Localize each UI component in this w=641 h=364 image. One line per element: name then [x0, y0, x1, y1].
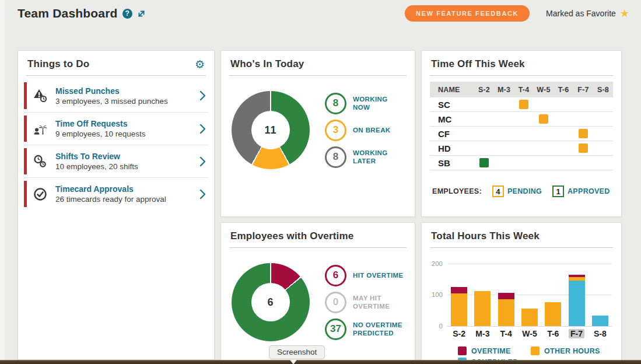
legend-no-overtime-predicted: 37 NO OVERTIME PREDICTED [325, 318, 407, 340]
alert-stripe [24, 181, 27, 207]
chevron-right-icon[interactable] [195, 124, 206, 134]
bar-segment-other-hours [451, 293, 467, 326]
bar-segment-other-hours [545, 302, 561, 326]
legend-label: NO OVERTIME PREDICTED [353, 321, 407, 338]
legend-other-hours: OTHER HOURS [531, 346, 604, 355]
bar-segment-other-hours [474, 291, 491, 326]
other-hours-swatch [531, 346, 540, 355]
x-label-W-5: W-5 [520, 329, 540, 338]
time-off-week-title: Time Off This Week [431, 58, 525, 70]
time-off-mark-approved[interactable] [479, 158, 489, 167]
chevron-right-icon[interactable] [195, 156, 206, 167]
todo-item-shifts-to-review[interactable]: Shifts To Review 10 employees, 20 shifts [24, 145, 208, 177]
bar-T-4[interactable] [498, 293, 514, 326]
bar-M-3[interactable] [474, 291, 491, 326]
things-to-do-card: Things to Do ⚙ Missed Punches 3 employee… [17, 50, 215, 360]
bar-S-2[interactable] [451, 287, 467, 326]
legend-on-break: 3 ON BREAK [325, 120, 407, 141]
time-off-mark-pending[interactable] [579, 144, 588, 153]
x-label-F-7: F-7 [567, 329, 587, 338]
alert-stripe [24, 82, 27, 109]
time-off-table: NAMES-2M-3T-4W-5T-6F-7S-8SCMCCFHDSB [430, 82, 613, 170]
approved-count-box: 1 [552, 186, 564, 197]
column-header: NAME [430, 86, 474, 94]
column-header: F-7 [573, 86, 593, 94]
donut-center-value: 11 [264, 124, 276, 136]
legend-count-badge: 6 [325, 265, 346, 286]
employees-label: EMPLOYEES: [432, 187, 482, 195]
x-label-S-8: S-8 [590, 329, 610, 338]
page-header: Team Dashboard ? NEW FEATURE FEEDBACK Ma… [17, 4, 629, 23]
todo-item-title: Time Off Requests [55, 119, 195, 128]
x-label-T-6: T-6 [543, 329, 563, 338]
x-label-M-3: M-3 [472, 329, 492, 338]
favorite-label: Marked as Favorite [546, 9, 616, 18]
chevron-right-icon[interactable] [195, 189, 206, 200]
time-off-summary: EMPLOYEES: 4 PENDING 1 APPROVED [432, 186, 613, 197]
day-cell [534, 114, 554, 124]
chevron-right-icon[interactable] [195, 90, 206, 101]
day-cell [474, 158, 494, 167]
bar-W-5[interactable] [521, 309, 538, 326]
legend-count-badge: 37 [325, 318, 346, 340]
alert-stripe [24, 116, 27, 142]
overtime-swatch [458, 346, 467, 355]
things-to-do-title: Things to Do [27, 58, 89, 70]
todo-item-timecard-approvals[interactable]: Timecard Approvals 26 timecards ready fo… [24, 177, 208, 210]
whos-in-legend: 8 WORKING NOW 3 ON BREAK 8 WORKING LATER [325, 93, 407, 168]
vacation-palm-person-icon [32, 121, 52, 137]
pending-label: PENDING [507, 187, 542, 195]
day-cell [514, 100, 534, 109]
bottom-window-edge [0, 360, 641, 364]
expand-icon[interactable] [136, 9, 146, 19]
employee-initials: CF [430, 129, 474, 139]
day-cell [573, 144, 593, 153]
legend-count-badge: 8 [325, 93, 346, 114]
bar-segment-other-hours [521, 309, 538, 326]
total-hours-chart: 0100200 [428, 257, 612, 326]
column-header: T-6 [554, 86, 573, 94]
legend-label: OVERTIME [471, 347, 511, 355]
bar-F-7[interactable] [569, 275, 585, 326]
screenshot-tooltip: Screenshot [269, 345, 325, 359]
whos-in-today-title: Who's In Today [230, 58, 304, 70]
time-off-row: CF [430, 127, 613, 141]
gear-icon[interactable]: ⚙ [195, 59, 205, 70]
alert-stripe [24, 148, 27, 174]
column-header: S-8 [593, 86, 613, 94]
todo-item-title: Timecard Approvals [55, 184, 195, 194]
overtime-donut-chart: 6 [232, 263, 310, 341]
favorite-indicator: Marked as Favorite ★ [546, 8, 629, 19]
bar-segment-other-hours [498, 299, 514, 326]
todo-item-missed-punches[interactable]: Missed Punches 3 employees, 3 missed pun… [24, 79, 208, 112]
pending-count-box: 4 [492, 186, 504, 197]
legend-label: OTHER HOURS [544, 347, 600, 355]
new-feature-feedback-button[interactable]: NEW FEATURE FEEDBACK [405, 5, 530, 22]
employee-initials: MC [430, 114, 474, 124]
todo-item-time-off-requests[interactable]: Time Off Requests 9 employees, 10 reques… [24, 112, 208, 145]
star-icon[interactable]: ★ [620, 8, 629, 19]
bar-S-8[interactable] [592, 316, 608, 326]
todo-item-subtitle: 10 employees, 20 shifts [55, 162, 195, 171]
column-header: M-3 [494, 86, 514, 94]
time-off-mark-pending[interactable] [519, 100, 528, 109]
bar-segment-scheduled [592, 316, 608, 326]
time-off-mark-pending[interactable] [539, 114, 548, 124]
whos-in-today-card: Who's In Today 11 8 WORKING NOW 3 ON BRE… [220, 50, 415, 217]
bar-T-6[interactable] [545, 302, 561, 326]
total-hours-week-card: Total Hours This Week 0100200 S-2M-3T-4W… [421, 222, 622, 364]
legend-count-badge: 0 [325, 292, 346, 313]
time-off-row: HD [430, 141, 613, 156]
gridline [447, 326, 612, 327]
column-header: W-5 [534, 86, 554, 94]
x-label-T-4: T-4 [496, 329, 516, 338]
time-off-row: SC [430, 97, 613, 112]
double-clock-icon [32, 153, 52, 170]
tooltip-caret [290, 359, 297, 364]
time-off-row: MC [430, 112, 613, 127]
bar-segment-overtime [498, 293, 514, 299]
bar-segment-overtime [451, 287, 467, 293]
donut-center-value: 6 [267, 296, 274, 309]
time-off-mark-pending[interactable] [579, 129, 588, 138]
help-icon[interactable]: ? [122, 9, 132, 19]
